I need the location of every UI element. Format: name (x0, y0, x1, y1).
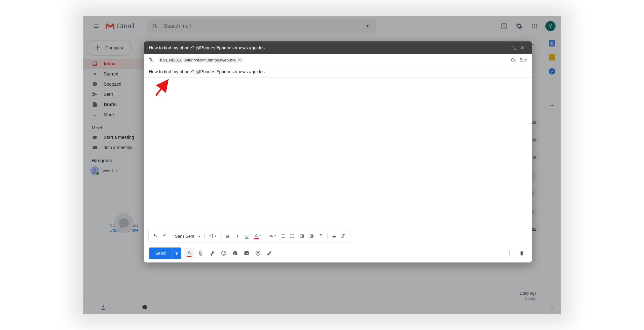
svg-point-6 (534, 25, 535, 26)
search-icon[interactable] (149, 20, 161, 32)
attach-file-button[interactable] (196, 248, 206, 258)
sidebar-item-label: Drafts (104, 102, 116, 107)
compose-title-text: How to find my phone? @Phones #phones #n… (149, 45, 265, 50)
font-family-select[interactable]: Sans Serif▾ (173, 234, 202, 239)
calendar-addon[interactable]: 31 (549, 40, 555, 47)
font-size-button[interactable]: тT▾ (206, 232, 219, 240)
send-options-button[interactable]: ▾ (172, 247, 181, 259)
settings-button[interactable] (513, 20, 526, 32)
sidebar-item-label: More (104, 112, 114, 117)
indent-more-button[interactable] (307, 232, 316, 240)
search-bar[interactable]: ▾ (147, 19, 376, 33)
gmail-logo-text: Gmail (116, 22, 134, 30)
main-menu-button[interactable] (88, 18, 104, 34)
apps-button[interactable] (528, 20, 541, 32)
formatting-toggle-button[interactable]: A (184, 248, 194, 258)
more-options-button[interactable]: ⋮ (505, 248, 515, 258)
compose-body[interactable] (144, 78, 532, 244)
svg-point-7 (536, 25, 537, 26)
svg-point-8 (532, 27, 533, 28)
search-options-button[interactable]: ▾ (361, 23, 374, 29)
close-button[interactable]: ✕ (518, 45, 527, 50)
sidebar-item-label: Sent (104, 92, 113, 97)
tasks-addon[interactable] (549, 68, 555, 75)
compose-footer: Send ▾ A ⋮ (144, 244, 532, 262)
send-button[interactable]: Send (149, 247, 172, 259)
minimize-button[interactable]: ─ (500, 45, 509, 50)
insert-photo-button[interactable] (242, 248, 252, 258)
bold-button[interactable]: B (223, 232, 232, 240)
numbered-list-button[interactable] (278, 232, 287, 240)
compose-titlebar[interactable]: How to find my phone? @Phones #phones #n… (144, 41, 532, 54)
quote-button[interactable]: ” (317, 232, 326, 240)
add-addon-button[interactable]: + (550, 101, 554, 110)
text-color-button[interactable]: A▾ (252, 232, 263, 240)
meet-start-label: Start a meeting (104, 135, 134, 140)
svg-rect-26 (257, 253, 258, 255)
svg-point-9 (534, 27, 535, 28)
confidential-mode-button[interactable] (253, 248, 263, 258)
indent-less-button[interactable] (298, 232, 306, 240)
compose-to-row[interactable]: To k.valeri2010.34tlofrwf@m.nimbusweb.me… (144, 54, 532, 66)
redo-button[interactable] (160, 232, 169, 240)
keep-addon[interactable] (549, 54, 555, 61)
remove-formatting-button[interactable] (339, 232, 348, 240)
hangouts-empty-icon (114, 213, 134, 233)
plus-icon (94, 44, 102, 52)
sidebar-item-label: Starred (104, 71, 118, 76)
search-input[interactable] (161, 23, 361, 29)
sidebar-footer-hangouts[interactable] (125, 305, 165, 310)
insert-drive-button[interactable] (230, 248, 240, 258)
remove-recipient-icon[interactable]: ✕ (238, 57, 242, 62)
cc-button[interactable]: Cc (511, 57, 516, 62)
keyboard-icon (92, 145, 98, 150)
account-avatar[interactable]: V (545, 21, 556, 31)
sidebar-footer-contact[interactable] (83, 305, 124, 310)
italic-button[interactable]: I (233, 232, 242, 240)
svg-rect-24 (244, 251, 249, 255)
recipient-chip[interactable]: k.valeri2010.34tlofrwf@m.nimbusweb.me✕ (158, 57, 244, 63)
video-icon (92, 134, 98, 140)
svg-point-13 (94, 169, 95, 171)
details-link[interactable]: Details (525, 297, 536, 301)
chevron-down-icon: ⌄ (92, 112, 98, 117)
bcc-button[interactable]: Bcc (520, 57, 527, 62)
svg-line-17 (156, 82, 167, 96)
annotation-arrow (152, 79, 171, 98)
hide-panel-button[interactable]: › (551, 306, 553, 312)
svg-point-21 (221, 251, 226, 255)
svg-point-4 (536, 24, 537, 25)
support-button[interactable]: ? (498, 20, 510, 32)
insert-emoji-button[interactable] (219, 248, 229, 258)
sidebar-footer (83, 300, 165, 314)
align-button[interactable]: ▾ (267, 232, 278, 240)
svg-point-14 (102, 305, 104, 307)
header: Gmail ▾ ? V (83, 16, 561, 36)
file-icon (92, 102, 98, 107)
sidebar-item-label: Snoozed (104, 82, 121, 87)
star-icon: ★ (92, 71, 98, 76)
discard-draft-button[interactable] (517, 248, 527, 258)
svg-rect-12 (93, 146, 97, 149)
inbox-icon (92, 61, 98, 67)
undo-button[interactable] (150, 232, 159, 240)
gmail-logo[interactable]: Gmail (105, 22, 134, 30)
sidebar-item-label: Inbox (104, 61, 116, 66)
insert-link-button[interactable] (207, 248, 217, 258)
fullscreen-button[interactable] (509, 46, 518, 50)
compose-button[interactable]: Compose (87, 40, 132, 55)
bulleted-list-button[interactable] (288, 232, 297, 240)
gmail-icon (105, 22, 115, 30)
svg-point-5 (532, 25, 533, 26)
svg-point-20 (290, 237, 291, 238)
svg-point-3 (534, 24, 535, 25)
strikethrough-button[interactable]: S (330, 232, 339, 240)
side-panel: 31 + › (543, 36, 561, 314)
underline-button[interactable]: U (242, 232, 251, 240)
to-label: To (149, 57, 154, 62)
insert-signature-button[interactable] (264, 248, 275, 258)
compose-label: Compose (105, 45, 124, 50)
compose-subject[interactable]: How to find my phone? @Phones #phones #n… (144, 66, 532, 78)
send-icon (92, 91, 98, 97)
formatting-toolbar: Sans Serif▾ тT▾ B I U A▾ ▾ ” S (148, 230, 350, 242)
